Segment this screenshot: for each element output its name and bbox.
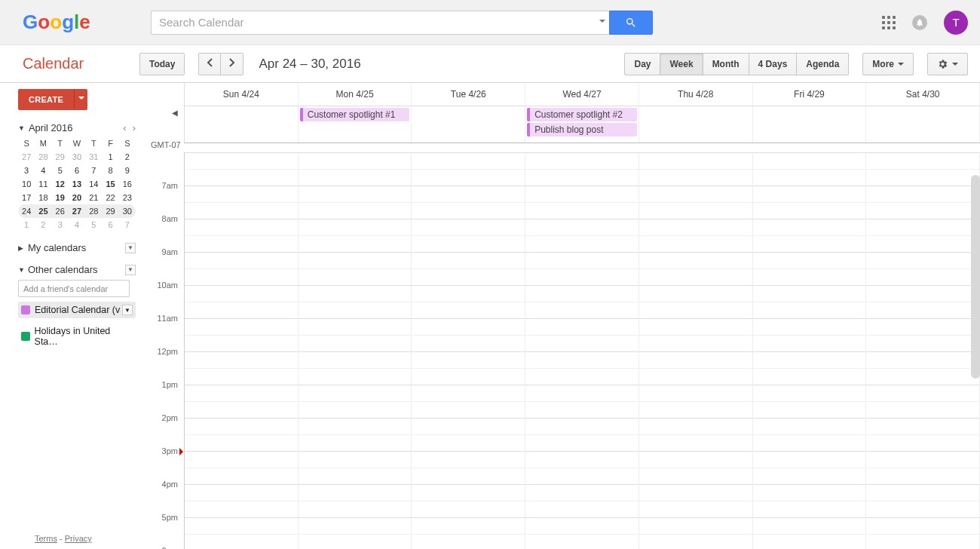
mini-cal-day[interactable]: 31 — [85, 150, 102, 164]
mini-cal-day[interactable]: 16 — [119, 177, 136, 191]
other-calendars-menu[interactable]: ▼ — [125, 265, 136, 275]
avatar[interactable]: T — [944, 11, 968, 35]
mini-cal-day[interactable]: 30 — [69, 150, 85, 164]
allday-event[interactable]: Customer spotlight #2 — [527, 108, 637, 121]
notifications-icon[interactable] — [912, 15, 927, 30]
mini-cal-day[interactable]: 2 — [35, 218, 51, 232]
day-header[interactable]: Fri 4/29 — [753, 83, 867, 106]
view-day[interactable]: Day — [624, 53, 660, 75]
next-button[interactable] — [221, 53, 243, 75]
my-calendars-menu[interactable]: ▼ — [125, 243, 136, 253]
settings-button[interactable] — [927, 53, 968, 75]
mini-cal-day[interactable]: 6 — [69, 164, 85, 177]
mini-cal-day[interactable]: 17 — [18, 191, 35, 204]
day-column[interactable] — [525, 152, 639, 549]
mini-cal-day[interactable]: 11 — [35, 177, 51, 191]
mini-cal-day[interactable]: 24 — [18, 204, 35, 218]
mini-cal-day[interactable]: 27 — [69, 204, 85, 218]
day-column[interactable] — [412, 152, 525, 549]
day-column[interactable] — [299, 152, 412, 549]
google-logo[interactable]: Google — [23, 11, 98, 34]
day-header[interactable]: Sun 4/24 — [185, 83, 299, 106]
prev-button[interactable] — [198, 53, 221, 75]
privacy-link[interactable]: Privacy — [65, 534, 92, 543]
mini-cal-day[interactable]: 4 — [69, 218, 85, 232]
more-button[interactable]: More — [862, 53, 914, 75]
allday-event[interactable]: Customer spotlight #1 — [300, 108, 410, 121]
mini-cal-day[interactable]: 3 — [18, 164, 35, 177]
app-title[interactable]: Calendar — [23, 55, 139, 72]
mini-cal-day[interactable]: 10 — [18, 177, 35, 191]
day-header[interactable]: Tue 4/26 — [412, 83, 525, 106]
allday-cell[interactable] — [185, 106, 299, 143]
day-header[interactable]: Mon 4/25 — [299, 83, 412, 106]
allday-event[interactable]: Publish blog post — [527, 123, 637, 136]
mini-cal-day[interactable]: 30 — [119, 204, 136, 218]
mini-next[interactable]: › — [133, 122, 136, 133]
mini-cal-day[interactable]: 9 — [119, 164, 136, 177]
time-grid[interactable] — [184, 152, 980, 549]
my-calendars-header[interactable]: ▶ My calendars ▼ — [18, 242, 136, 253]
mini-cal-day[interactable]: 15 — [102, 177, 118, 191]
mini-cal-day[interactable]: 18 — [35, 191, 51, 204]
mini-cal-day[interactable]: 13 — [69, 177, 85, 191]
view-4days[interactable]: 4 Days — [749, 53, 798, 75]
create-button[interactable]: CREATE — [18, 89, 74, 110]
allday-cell[interactable]: Customer spotlight #1 — [299, 106, 412, 143]
mini-cal-day[interactable]: 4 — [35, 164, 51, 177]
mini-cal-day[interactable]: 8 — [102, 164, 118, 177]
mini-cal-day[interactable]: 1 — [102, 150, 118, 164]
mini-cal-day[interactable]: 2 — [119, 150, 136, 164]
today-button[interactable]: Today — [139, 53, 185, 75]
day-column[interactable] — [753, 152, 867, 549]
mini-cal-day[interactable]: 27 — [18, 150, 35, 164]
search-options-dropdown[interactable] — [596, 11, 609, 35]
mini-cal-day[interactable]: 6 — [102, 218, 118, 232]
scrollbar[interactable] — [971, 175, 980, 379]
mini-cal-day[interactable]: 3 — [52, 218, 69, 232]
mini-cal-day[interactable]: 28 — [85, 204, 102, 218]
add-friend-input[interactable] — [18, 280, 130, 297]
day-column[interactable] — [185, 152, 299, 549]
view-month[interactable]: Month — [703, 53, 749, 75]
mini-cal-day[interactable]: 1 — [18, 218, 35, 232]
mini-cal-day[interactable]: 22 — [102, 191, 118, 204]
day-column[interactable] — [866, 152, 980, 549]
search-input[interactable] — [151, 11, 596, 35]
allday-cell[interactable] — [639, 106, 753, 143]
other-calendars-header[interactable]: ▼ Other calendars ▼ — [18, 264, 136, 275]
allday-cell[interactable]: Customer spotlight #2Publish blog post — [525, 106, 639, 143]
mini-prev[interactable]: ‹ — [123, 122, 126, 133]
day-header[interactable]: Wed 4/27 — [525, 83, 639, 106]
day-header[interactable]: Thu 4/28 — [639, 83, 753, 106]
collapse-sidebar-icon[interactable]: ◀ — [172, 109, 178, 117]
mini-cal-day[interactable]: 29 — [52, 150, 69, 164]
mini-cal-day[interactable]: 26 — [52, 204, 69, 218]
day-header[interactable]: Sat 4/30 — [866, 83, 980, 106]
mini-cal-day[interactable]: 25 — [35, 204, 51, 218]
allday-cell[interactable] — [753, 106, 867, 143]
mini-cal-day[interactable]: 28 — [35, 150, 51, 164]
day-column[interactable] — [639, 152, 753, 549]
mini-cal-day[interactable]: 29 — [102, 204, 118, 218]
apps-icon[interactable] — [882, 16, 896, 29]
mini-calendar[interactable]: SMTWTFS272829303112345678910111213141516… — [18, 136, 136, 232]
calendar-item-menu[interactable]: ▼ — [122, 305, 133, 315]
view-agenda[interactable]: Agenda — [797, 53, 849, 75]
calendar-item[interactable]: Holidays in United Sta… — [18, 323, 136, 350]
mini-cal-day[interactable]: 23 — [119, 191, 136, 204]
mini-cal-day[interactable]: 19 — [52, 191, 69, 204]
mini-cal-day[interactable]: 5 — [52, 164, 69, 177]
allday-cell[interactable] — [866, 106, 980, 143]
search-button[interactable] — [609, 11, 653, 35]
mini-cal-day[interactable]: 5 — [85, 218, 102, 232]
terms-link[interactable]: Terms — [35, 534, 57, 543]
mini-cal-day[interactable]: 7 — [119, 218, 136, 232]
mini-cal-day[interactable]: 12 — [52, 177, 69, 191]
mini-cal-day[interactable]: 21 — [85, 191, 102, 204]
mini-cal-day[interactable]: 14 — [85, 177, 102, 191]
allday-cell[interactable] — [412, 106, 525, 143]
calendar-item[interactable]: Editorial Calendar (v▼ — [18, 302, 136, 318]
mini-cal-day[interactable]: 7 — [85, 164, 102, 177]
create-dropdown[interactable] — [74, 89, 87, 110]
